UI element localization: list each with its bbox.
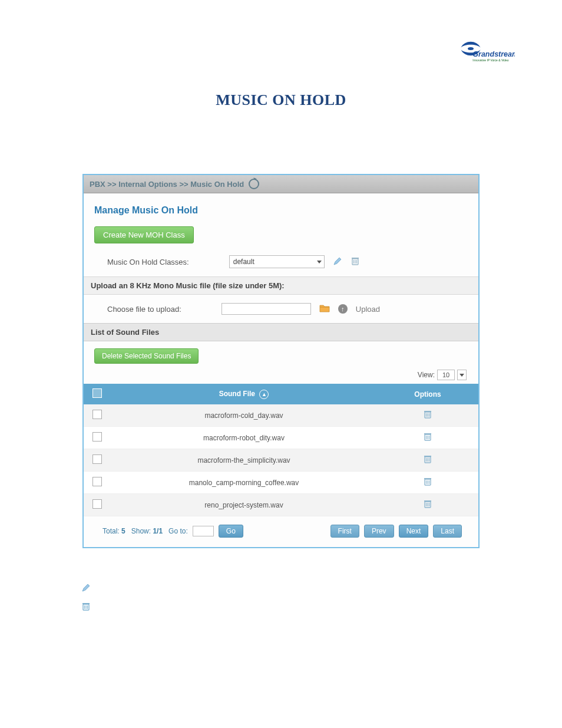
upload-icon[interactable]: ↑ — [338, 304, 348, 314]
view-count-caret[interactable] — [457, 370, 467, 380]
svg-text:Grandstream: Grandstream — [472, 50, 515, 58]
list-item — [81, 600, 491, 613]
delete-file-icon[interactable] — [423, 435, 432, 443]
create-moh-class-button[interactable]: Create New MOH Class — [94, 226, 194, 243]
section-heading: Manage Music On Hold — [94, 205, 468, 216]
breadcrumb: PBX >> Internal Options >> Music On Hold — [84, 175, 478, 193]
file-name-cell: macroform-cold_day.wav — [111, 404, 377, 427]
row-checkbox[interactable] — [92, 432, 102, 442]
pager-total: Total: 5 — [103, 527, 125, 535]
pager-goto-label: Go to: — [168, 527, 188, 535]
file-name-cell: macroform-the_simplicity.wav — [111, 449, 377, 472]
svg-rect-17 — [424, 433, 431, 434]
delete-file-icon[interactable] — [423, 480, 432, 488]
last-page-button[interactable]: Last — [433, 525, 462, 538]
svg-text:Innovative IP Voice & Video: Innovative IP Voice & Video — [472, 58, 508, 62]
sound-files-table: Sound File ▲ Options macroform-cold_day.… — [84, 384, 478, 516]
svg-rect-27 — [424, 478, 431, 479]
choose-file-label: Choose file to upload: — [107, 305, 181, 314]
notes-list — [71, 562, 491, 613]
list-item — [81, 562, 491, 575]
row-checkbox[interactable] — [92, 499, 102, 509]
breadcrumb-text: PBX >> Internal Options >> Music On Hold — [90, 180, 244, 189]
table-row: reno_project-system.wav — [84, 494, 478, 516]
upload-heading: Upload an 8 KHz Mono Music file (file si… — [84, 276, 478, 295]
svg-rect-7 — [352, 258, 359, 259]
list-item — [81, 581, 491, 594]
pencil-icon — [81, 583, 91, 592]
moh-panel: PBX >> Internal Options >> Music On Hold… — [82, 174, 480, 548]
pagination-bar: Total: 5 Show: 1/1 Go to: Go First Prev … — [94, 516, 468, 547]
page-title: MUSIC ON HOLD — [0, 91, 562, 109]
table-row: manolo_camp-morning_coffee.wav — [84, 472, 478, 494]
table-row: macroform-the_simplicity.wav — [84, 449, 478, 472]
table-row: macroform-robot_dity.wav — [84, 427, 478, 449]
col-sound-file[interactable]: Sound File ▲ — [111, 384, 377, 404]
file-path-input[interactable] — [222, 303, 311, 315]
chevron-down-icon — [317, 261, 322, 263]
row-checkbox[interactable] — [92, 454, 102, 464]
edit-class-icon[interactable] — [333, 256, 342, 268]
file-name-cell: macroform-robot_dity.wav — [111, 427, 377, 449]
view-count-select[interactable]: 10 — [437, 370, 455, 380]
col-options: Options — [377, 384, 478, 404]
file-name-cell: manolo_camp-morning_coffee.wav — [111, 472, 377, 494]
trash-icon — [81, 602, 91, 611]
intro-text — [82, 127, 480, 162]
moh-classes-label: Music On Hold Classes: — [107, 258, 189, 266]
file-name-cell: reno_project-system.wav — [111, 494, 377, 516]
pager-show: Show: 1/1 — [131, 527, 163, 535]
browse-folder-icon[interactable] — [319, 304, 330, 315]
next-page-button[interactable]: Next — [399, 525, 429, 538]
go-button[interactable]: Go — [219, 525, 243, 538]
table-row: macroform-cold_day.wav — [84, 404, 478, 427]
moh-class-selected-value: default — [233, 258, 254, 266]
svg-rect-22 — [424, 456, 431, 457]
svg-rect-12 — [424, 411, 431, 412]
delete-file-icon[interactable] — [423, 502, 432, 510]
select-all-checkbox[interactable] — [92, 388, 102, 398]
svg-rect-37 — [82, 603, 90, 604]
row-checkbox[interactable] — [92, 410, 102, 419]
delete-class-icon[interactable] — [351, 256, 360, 268]
prev-page-button[interactable]: Prev — [364, 525, 394, 538]
refresh-icon[interactable] — [249, 179, 259, 189]
moh-class-select[interactable]: default — [229, 255, 325, 268]
delete-selected-button[interactable]: Delete Selected Sound Files — [94, 348, 199, 364]
sort-asc-icon: ▲ — [259, 390, 269, 399]
row-checkbox[interactable] — [92, 477, 102, 486]
chevron-down-icon — [459, 374, 464, 377]
view-label: View: — [418, 371, 435, 379]
first-page-button[interactable]: First — [330, 525, 359, 538]
svg-rect-32 — [424, 500, 431, 502]
brand-logo: Grandstream Innovative IP Voice & Video — [456, 35, 515, 70]
delete-file-icon[interactable] — [423, 413, 432, 421]
delete-file-icon[interactable] — [423, 457, 432, 466]
sound-files-heading: List of Sound Files — [84, 323, 478, 341]
upload-button-label[interactable]: Upload — [356, 305, 380, 314]
goto-page-input[interactable] — [193, 526, 214, 536]
